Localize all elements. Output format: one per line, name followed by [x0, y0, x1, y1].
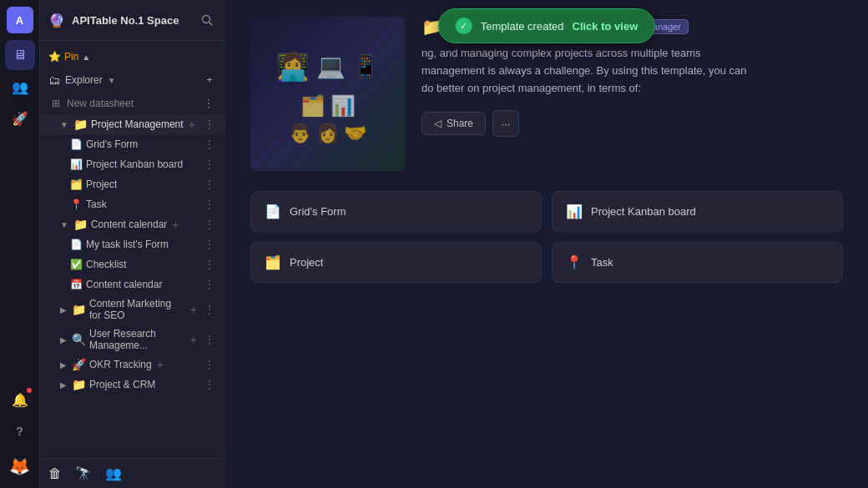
folder-content-calendar[interactable]: ▼ 📁 Content calendar + ⋮	[40, 214, 225, 234]
content-calendar-label: Content calendar	[86, 279, 162, 290]
folder-dots-cc[interactable]: ⋮	[202, 218, 217, 231]
folder-add-button-pm[interactable]: +	[187, 118, 197, 131]
template-created-toast[interactable]: ✓ Template created Click to view	[438, 8, 655, 43]
sidebar-item-grids-form[interactable]: 📄 Grid's Form ⋮	[40, 134, 225, 154]
grids-form-dots[interactable]: ⋮	[202, 138, 217, 151]
user-avatar-rail[interactable]: A	[7, 7, 33, 33]
share-button[interactable]: ◁ Share	[421, 112, 486, 135]
search-icon	[201, 14, 213, 26]
task-icon: 📍	[70, 199, 83, 210]
card-project[interactable]: 🗂️ Project	[250, 242, 542, 283]
folder-content-marketing[interactable]: ▶ 📁 Content Marketing for SEO + ⋮	[40, 294, 225, 324]
sidebar-item-kanban[interactable]: 📊 Project Kanban board ⋮	[40, 154, 225, 174]
folder-project-crm[interactable]: ▶ 📁 Project & CRM ⋮	[40, 375, 225, 395]
task-list-form-icon: 📄	[70, 239, 83, 250]
sidebar-content: ⭐ Pin ▲ 🗂 Explorer ▼ + ⊞ New datasheet ⋮	[40, 41, 225, 458]
content-calendar-dots[interactable]: ⋮	[202, 278, 217, 291]
hero-actions: ◁ Share ···	[421, 110, 843, 137]
folder-add-button-cms[interactable]: +	[189, 303, 199, 316]
sidebar-bottom: 🗑 🔭 👥	[40, 458, 225, 488]
new-datasheet-dots[interactable]: ⋮	[204, 98, 214, 109]
folder-icon-cms: 📁	[72, 303, 86, 316]
rocket-icon[interactable]: 🚀	[5, 103, 35, 133]
checklist-icon: ✅	[70, 259, 83, 270]
folder-chevron-cc: ▼	[60, 220, 68, 229]
explore-icon-bottom[interactable]: 🔭	[75, 465, 92, 481]
project-dots[interactable]: ⋮	[202, 178, 217, 191]
sidebar-panel: 🔮 APITable No.1 Space ⭐ Pin ▲	[40, 0, 225, 488]
folder-okr-tracking[interactable]: ▶ 🚀 OKR Tracking + ⋮	[40, 355, 225, 375]
folder-add-button-ur[interactable]: +	[189, 333, 199, 346]
toast-created-text: Template created	[481, 20, 564, 33]
card-label-task: Task	[591, 256, 613, 269]
card-icon-form: 📄	[265, 204, 281, 219]
bell-icon[interactable]: 🔔	[5, 385, 35, 415]
content-calendar-icon: 📅	[70, 279, 83, 290]
card-kanban[interactable]: 📊 Project Kanban board	[552, 191, 843, 232]
members-icon-bottom[interactable]: 👥	[105, 465, 122, 481]
card-label-kanban: Project Kanban board	[591, 205, 696, 218]
checklist-dots[interactable]: ⋮	[202, 258, 217, 271]
question-icon[interactable]: ?	[5, 416, 35, 446]
icon-rail: A 🖥 👥 🚀 🔔 ? 🦊	[0, 0, 40, 488]
folder-chevron-crm: ▶	[60, 380, 67, 390]
folder-label-okr: OKR Tracking	[89, 359, 152, 370]
monitor-icon[interactable]: 🖥	[5, 40, 35, 70]
toast-check-icon: ✓	[456, 18, 472, 34]
people-icon[interactable]: 👥	[5, 72, 35, 102]
explorer-label: Explorer	[65, 74, 103, 86]
task-list-form-dots[interactable]: ⋮	[202, 238, 217, 251]
sidebar-item-task-list-form[interactable]: 📄 My task list's Form ⋮	[40, 234, 225, 254]
folder-label-cms: Content Marketing for SEO	[89, 298, 185, 321]
folder-dots-cms[interactable]: ⋮	[202, 303, 217, 316]
card-grids-form[interactable]: 📄 Grid's Form	[250, 191, 542, 232]
folder-dots-ur[interactable]: ⋮	[202, 333, 217, 346]
project-label: Project	[86, 179, 117, 190]
sidebar-item-checklist[interactable]: ✅ Checklist ⋮	[40, 254, 225, 274]
pin-section[interactable]: ⭐ Pin ▲	[40, 48, 225, 69]
svg-line-1	[209, 23, 213, 26]
avatar-bottom-icon[interactable]: 🦊	[5, 451, 35, 481]
task-label: Task	[86, 199, 107, 210]
sidebar-item-task[interactable]: 📍 Task ⋮	[40, 194, 225, 214]
pin-label: Pin	[64, 51, 78, 63]
search-button[interactable]	[197, 10, 217, 30]
new-datasheet-item[interactable]: ⊞ New datasheet ⋮	[40, 94, 225, 113]
explorer-chevron: ▼	[108, 76, 116, 85]
trash-icon[interactable]: 🗑	[48, 466, 62, 481]
folder-add-button-okr[interactable]: +	[155, 358, 165, 371]
sidebar-item-project[interactable]: 🗂️ Project ⋮	[40, 174, 225, 194]
kanban-dots[interactable]: ⋮	[202, 158, 217, 171]
folder-dots-crm[interactable]: ⋮	[202, 378, 217, 391]
folder-icon-ur: 🔍	[72, 333, 86, 346]
folder-icon-crm: 📁	[72, 378, 86, 391]
explorer-row: 🗂 Explorer ▼ +	[40, 69, 225, 91]
folder-icon-pm: 📁	[73, 118, 88, 131]
explorer-icon: 🗂	[48, 73, 60, 87]
card-task[interactable]: 📍 Task	[552, 242, 843, 283]
toast-click-text[interactable]: Click to view	[572, 20, 638, 33]
folder-user-research[interactable]: ▶ 🔍 User Research Manageme... + ⋮	[40, 324, 225, 355]
folder-dots-okr[interactable]: ⋮	[202, 358, 217, 371]
share-label: Share	[447, 118, 473, 129]
space-title: APITable No.1 Space	[72, 14, 190, 27]
task-dots[interactable]: ⋮	[202, 198, 217, 211]
sidebar-item-content-calendar[interactable]: 📅 Content calendar ⋮	[40, 274, 225, 294]
grid-cards: 📄 Grid's Form 📊 Project Kanban board 🗂️ …	[250, 191, 843, 283]
folder-label-pm: Project Management	[91, 118, 184, 130]
sidebar-header: 🔮 APITable No.1 Space	[40, 0, 225, 41]
form-icon: 📄	[70, 138, 83, 150]
folder-dots-pm[interactable]: ⋮	[202, 118, 217, 131]
kanban-icon: 📊	[70, 158, 83, 170]
folder-icon-cc: 📁	[73, 218, 88, 231]
card-icon-kanban: 📊	[566, 204, 583, 219]
folder-add-button-cc[interactable]: +	[170, 218, 180, 231]
pin-chevron: ▲	[82, 53, 90, 62]
share-icon: ◁	[434, 118, 442, 129]
explorer-add-button[interactable]: +	[202, 73, 217, 88]
grid-icon: ⊞	[52, 98, 60, 109]
folder-label-crm: Project & CRM	[89, 379, 155, 390]
more-options-button[interactable]: ···	[492, 110, 519, 137]
folder-project-management[interactable]: ▼ 📁 Project Management + ⋮	[40, 114, 225, 134]
card-label-grids-form: Grid's Form	[290, 205, 346, 218]
